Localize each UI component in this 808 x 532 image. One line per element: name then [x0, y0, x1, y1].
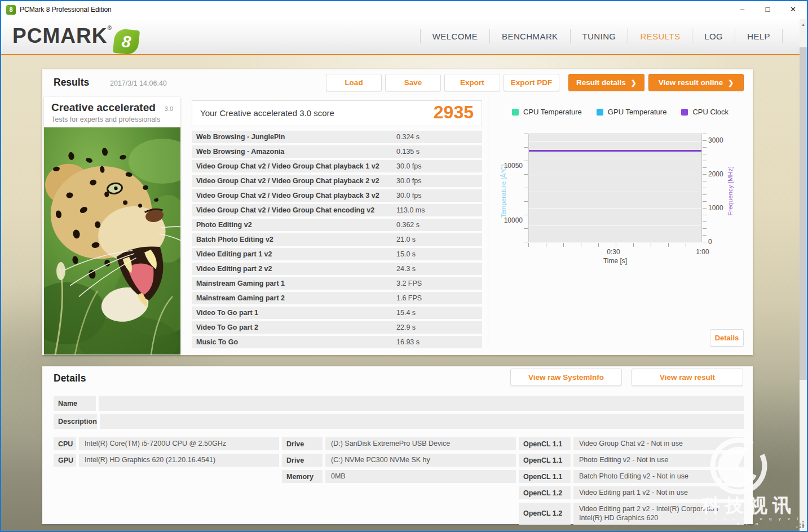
resize-grip[interactable]: [796, 521, 805, 529]
results-title: Results: [54, 77, 89, 88]
minimize-button[interactable]: –: [730, 1, 755, 18]
nav-item-tuning[interactable]: TUNING: [571, 32, 628, 41]
chart-details-button[interactable]: Details: [710, 329, 744, 347]
details-panel: Details View raw SystemInfo View raw res…: [42, 366, 753, 524]
maximize-button[interactable]: □: [755, 1, 780, 18]
metric-value: 24.3 s: [396, 265, 416, 273]
name-value: [99, 396, 744, 411]
opencl-table: OpenCL 1.1Video Group Chat v2 - Not in u…: [519, 437, 744, 525]
export-pdf-button[interactable]: Export PDF: [504, 74, 559, 91]
legend-swatch-icon: [512, 109, 519, 116]
system-info-label: CPU: [54, 437, 76, 450]
save-button[interactable]: Save: [385, 74, 441, 91]
test-name: Creative accelerated: [51, 101, 156, 114]
system-info-row: OpenCL 1.2Video Editing part 2 v2 - Inte…: [519, 503, 744, 525]
metric-label: Web Browsing - Amazonia: [196, 148, 284, 156]
system-info-label: OpenCL 1.1: [519, 470, 571, 483]
metric-row: Mainstream Gaming part 21.6 FPS: [192, 292, 482, 304]
metric-value: 16.93 s: [396, 338, 420, 346]
result-details-button[interactable]: Result details ❯: [568, 74, 644, 91]
leopard-image: [44, 127, 180, 354]
system-info-row: OpenCL 1.1Video Group Chat v2 - Not in u…: [519, 437, 744, 450]
legend-label: CPU Temperature: [523, 108, 582, 116]
legend-item-cpu-clock: CPU Clock: [681, 108, 728, 116]
nav-item-benchmark[interactable]: BENCHMARK: [490, 32, 569, 41]
system-info-value: Video Editing part 1 v2 - Not in use: [573, 486, 744, 499]
export-button[interactable]: Export: [444, 74, 500, 91]
legend-label: GPU Temperature: [608, 108, 667, 116]
system-info-row: Drive(D:) SanDisk ExtremePro USB Device: [282, 437, 516, 450]
system-info-label: Memory: [282, 470, 323, 483]
metric-value: 0.362 s: [396, 221, 420, 229]
metric-row: Video To Go part 222.9 s: [192, 321, 482, 334]
scroll-up-icon[interactable]: ▴: [800, 20, 807, 28]
metric-label: Video Group Chat v2 / Video Group Chat p…: [196, 177, 379, 185]
results-timestamp: 2017/3/1 14:06:40: [110, 79, 167, 87]
system-info-label: Drive: [282, 454, 323, 467]
system-info-label: GPU: [54, 454, 76, 467]
legend-item-gpu-temperature: GPU Temperature: [597, 108, 667, 116]
system-info-label: OpenCL 1.1: [519, 454, 571, 467]
app-header: PCMARK®8 WELCOMEBENCHMARKTUNINGRESULTSLO…: [1, 18, 800, 55]
test-subtitle: Tests for experts and professionals: [51, 116, 160, 123]
view-raw-systeminfo-button[interactable]: View raw SystemInfo: [510, 369, 622, 386]
description-row: Description: [54, 414, 744, 429]
metric-row: Video Editing part 1 v215.0 s: [192, 248, 482, 260]
vertical-scrollbar[interactable]: ▴ ▾: [800, 19, 807, 531]
system-info-value: Video Editing part 2 v2 - Intel(R) Corpo…: [573, 503, 744, 525]
gridline: [529, 209, 701, 209]
legend-item-cpu-temperature: CPU Temperature: [512, 108, 582, 116]
scrollbar-thumb[interactable]: [800, 47, 807, 380]
metric-value: 30.0 fps: [396, 162, 421, 170]
x-axis-tick: 0:30: [599, 248, 628, 256]
nav-item-welcome[interactable]: WELCOME: [421, 32, 489, 41]
gridline: [529, 141, 701, 141]
score-value: 2935: [434, 102, 474, 123]
metric-row: Mainstream Gaming part 13.2 FPS: [192, 277, 482, 290]
metric-row: Video Group Chat v2 / Video Group Chat p…: [192, 175, 482, 187]
metric-value: 15.0 s: [396, 250, 416, 258]
x-axis-ticks: [528, 243, 702, 247]
metric-value: 3.2 FPS: [396, 280, 422, 287]
metric-row: Video Group Chat v2 / Video Group Chat p…: [192, 189, 482, 202]
metric-label: Batch Photo Editing v2: [196, 236, 273, 243]
metric-value: 30.0 fps: [396, 192, 421, 200]
nav-item-results[interactable]: RESULTS: [628, 32, 692, 41]
metric-value: 113.0 ms: [396, 206, 425, 214]
metric-row: Web Browsing - JunglePin0.324 s: [192, 131, 482, 143]
metric-label: Mainstream Gaming part 1: [196, 280, 285, 287]
metric-row: Video Group Chat v2 / Video Group Chat e…: [192, 204, 482, 216]
right-axis-ticks: [703, 134, 707, 242]
metric-row: Photo Editing v20.362 s: [192, 219, 482, 231]
left-axis-title: Temperature [Â°C]: [500, 143, 507, 239]
name-description-table: Name Description: [54, 396, 744, 432]
close-button[interactable]: ✕: [780, 1, 806, 18]
view-result-online-label: View result online: [659, 78, 723, 87]
system-info-label: Drive: [282, 437, 323, 450]
system-info-row: GPUIntel(R) HD Graphics 620 (21.20.16.45…: [54, 454, 279, 467]
gridline: [529, 175, 701, 175]
system-info-value: (D:) SanDisk ExtremePro USB Device: [325, 437, 516, 450]
nav-item-help[interactable]: HELP: [735, 32, 782, 41]
view-result-online-button[interactable]: View result online ❯: [648, 74, 744, 91]
right-axis-tick: 0: [708, 238, 731, 246]
cpu-clock-series-line: [529, 150, 701, 152]
window-title: PCMark 8 Professional Edition: [20, 6, 112, 14]
right-axis-title: Frequency [MHz]: [727, 143, 734, 239]
metric-row: Video To Go part 115.4 s: [192, 307, 482, 319]
metric-value: 1.6 FPS: [396, 294, 422, 302]
score-label: Your Creative accelerated 3.0 score: [200, 108, 334, 118]
panel-divider: [488, 97, 488, 349]
metric-label: Video Editing part 1 v2: [196, 250, 272, 258]
load-button[interactable]: Load: [326, 74, 382, 91]
system-info-value: 0MB: [325, 470, 516, 483]
name-row: Name: [54, 396, 744, 411]
main-nav: WELCOMEBENCHMARKTUNINGRESULTSLOGHELP: [420, 26, 783, 46]
view-raw-result-button[interactable]: View raw result: [632, 369, 743, 386]
system-info-row: OpenCL 1.1Photo Editing v2 - Not in use: [519, 454, 744, 467]
metric-row: Web Browsing - Amazonia0.135 s: [192, 145, 482, 158]
metric-label: Video Group Chat v2 / Video Group Chat p…: [196, 162, 379, 170]
metric-value: 0.135 s: [396, 148, 420, 156]
nav-item-log[interactable]: LOG: [692, 32, 735, 41]
metric-label: Web Browsing - JunglePin: [196, 133, 285, 141]
